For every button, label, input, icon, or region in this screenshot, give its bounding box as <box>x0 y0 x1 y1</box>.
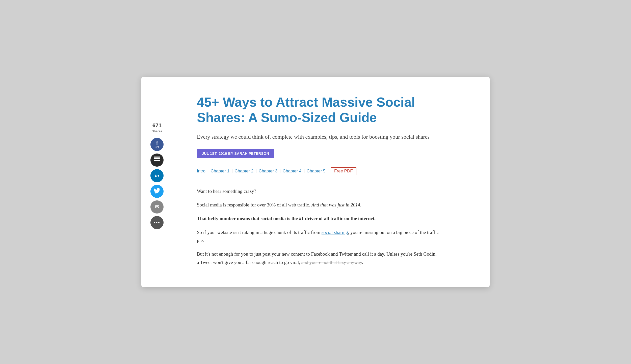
body-p2-normal: Social media is responsible for over 30%… <box>197 202 310 207</box>
twitter-share-button[interactable] <box>150 185 164 198</box>
nav-chapter1[interactable]: Chapter 1 <box>211 169 229 174</box>
nav-chapter3[interactable]: Chapter 3 <box>259 169 278 174</box>
separator-3: | <box>255 169 256 174</box>
body-paragraph-1: Want to hear something crazy? <box>197 187 439 195</box>
social-sidebar: 671 Shares f 324 <box>150 122 164 229</box>
page-container: 671 Shares f 324 <box>141 77 490 287</box>
nav-intro[interactable]: Intro <box>197 169 205 174</box>
share-count-container: 671 Shares <box>152 122 162 133</box>
facebook-share-button[interactable]: f 324 <box>150 138 164 151</box>
chapter-navigation: Intro | Chapter 1 | Chapter 2 | Chapter … <box>197 167 439 175</box>
shares-label: Shares <box>152 129 162 133</box>
body-paragraph-2: Social media is responsible for over 30%… <box>197 201 439 209</box>
email-share-button[interactable]: ✉ <box>150 200 164 214</box>
svg-rect-1 <box>154 158 160 159</box>
nav-chapter2[interactable]: Chapter 2 <box>235 169 254 174</box>
social-sharing-link[interactable]: social sharing <box>322 230 348 235</box>
page-subtitle: Every strategy we could think of, comple… <box>197 133 439 141</box>
svg-rect-2 <box>154 157 160 158</box>
page-title: 45+ Ways to Attract Massive Social Share… <box>197 95 439 126</box>
more-icon: ••• <box>154 220 160 225</box>
total-shares: 671 <box>152 122 162 129</box>
svg-rect-0 <box>154 160 160 161</box>
body-p1-text: Want to hear something crazy? <box>197 189 256 194</box>
main-content: 45+ Ways to Attract Massive Social Share… <box>197 95 439 266</box>
separator-4: | <box>279 169 280 174</box>
twitter-icon <box>154 188 160 195</box>
nav-free-pdf[interactable]: Free PDF <box>331 167 356 175</box>
author-badge-text: JUL 1ST, 2016 BY SARAH PETERSON <box>197 149 274 158</box>
strikethrough-text: and you're not that lazy anyway <box>301 260 362 265</box>
author-badge: JUL 1ST, 2016 BY SARAH PETERSON <box>197 149 439 167</box>
body-paragraph-4: So if your website isn't raking in a hug… <box>197 228 439 245</box>
separator-1: | <box>207 169 208 174</box>
nav-chapter5[interactable]: Chapter 5 <box>307 169 326 174</box>
facebook-count: 324 <box>155 146 159 148</box>
body-p4-before: So if your website isn't raking in a hug… <box>197 230 320 235</box>
separator-5: | <box>303 169 304 174</box>
separator-6: | <box>328 169 329 174</box>
body-p2-italic: And that was just in 2014. <box>311 202 361 207</box>
body-p3-text: That hefty number means that social medi… <box>197 216 376 221</box>
body-paragraph-3: That hefty number means that social medi… <box>197 215 439 223</box>
body-paragraph-5: But it's not enough for you to just post… <box>197 250 439 266</box>
separator-2: | <box>231 169 232 174</box>
buffer-icon <box>154 157 160 164</box>
linkedin-share-button[interactable]: in <box>150 169 164 182</box>
linkedin-icon: in <box>155 173 159 178</box>
nav-chapter4[interactable]: Chapter 4 <box>283 169 302 174</box>
email-icon: ✉ <box>155 204 159 209</box>
more-share-button[interactable]: ••• <box>150 216 164 229</box>
facebook-icon: f <box>156 140 158 145</box>
buffer-share-button[interactable] <box>150 154 164 167</box>
